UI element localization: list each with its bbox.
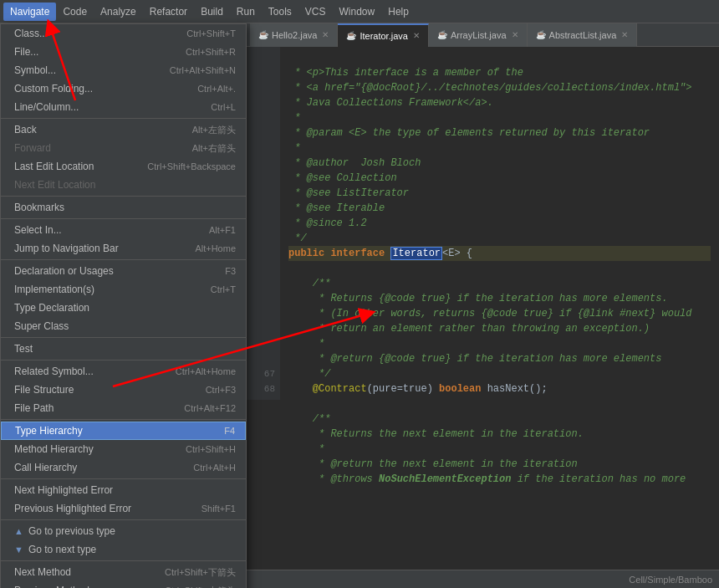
menu-item-jump-nav[interactable]: Jump to Navigation Bar Alt+Home	[1, 239, 246, 258]
menu-item-next-type[interactable]: ▼ Go to next type	[1, 540, 246, 559]
menubar-window[interactable]: Window	[333, 3, 382, 21]
menubar-tools[interactable]: Tools	[262, 3, 298, 21]
menubar-vcs[interactable]: VCS	[298, 3, 333, 21]
menu-item-next-method[interactable]: Next Method Ctrl+Shift+下箭头	[1, 563, 246, 581]
separator-6	[1, 360, 246, 360]
menu-item-line-column[interactable]: Line/Column... Ctrl+L	[1, 98, 246, 116]
menu-item-method-hierarchy[interactable]: Method Hierarchy Ctrl+Shift+H	[1, 440, 246, 458]
menu-item-declaration[interactable]: Declaration or Usages F3	[1, 262, 246, 280]
code-editor[interactable]: 67 68 * <p>This interface is a member of…	[247, 47, 719, 588]
menu-item-type-hierarchy[interactable]: Type Hierarchy F4	[1, 422, 246, 440]
menu-item-bookmarks[interactable]: Bookmarks	[1, 198, 246, 217]
close-tab-hello2[interactable]: ✕	[322, 30, 329, 39]
menu-item-class[interactable]: Class... Ctrl+Shift+T	[1, 24, 246, 43]
tab-hello2[interactable]: ☕ Hello2.java ✕	[250, 23, 338, 47]
menu-item-prev-type[interactable]: ▲ Go to previous type	[1, 522, 246, 540]
close-tab-arraylist[interactable]: ✕	[512, 30, 518, 39]
menu-item-file[interactable]: File... Ctrl+Shift+R	[1, 43, 246, 61]
status-text: Cell/Simple/Bamboo	[629, 575, 712, 585]
menubar: Navigate Code Analyze Refactor Build Run…	[0, 0, 719, 23]
separator-2	[1, 196, 246, 197]
menu-item-forward[interactable]: Forward Alt+右箭头	[1, 139, 246, 157]
menubar-refactor[interactable]: Refactor	[143, 3, 194, 21]
menu-item-prev-error[interactable]: Previous Highlighted Error Shift+F1	[1, 499, 246, 518]
menu-item-select-in[interactable]: Select In... Alt+F1	[1, 221, 246, 239]
menu-item-file-structure[interactable]: File Structure Ctrl+F3	[1, 381, 246, 399]
tab-arraylist[interactable]: ☕ ArrayList.java ✕	[429, 23, 528, 47]
tab-iterator[interactable]: ☕ Iterator.java ✕	[338, 23, 428, 47]
separator-4	[1, 259, 246, 260]
up-arrow-icon: ▲	[14, 526, 23, 536]
menu-item-next-edit[interactable]: Next Edit Location	[1, 176, 246, 194]
down-arrow-icon: ▼	[14, 545, 23, 555]
menu-item-related-symbol[interactable]: Related Symbol... Ctrl+Alt+Home	[1, 362, 246, 381]
menu-item-super-class[interactable]: Super Class	[1, 317, 246, 335]
menubar-code[interactable]: Code	[56, 3, 94, 21]
menubar-run[interactable]: Run	[230, 3, 262, 21]
menubar-analyze[interactable]: Analyze	[94, 3, 143, 21]
close-tab-abstractlist[interactable]: ✕	[621, 30, 628, 39]
separator-3	[1, 218, 246, 219]
menu-item-type-decl[interactable]: Type Declaration	[1, 299, 246, 317]
menu-item-file-path[interactable]: File Path Ctrl+Alt+F12	[1, 399, 246, 417]
menu-item-last-edit[interactable]: Last Edit Location Ctrl+Shift+Backspace	[1, 157, 246, 176]
navigate-dropdown-menu: Class... Ctrl+Shift+T File... Ctrl+Shift…	[0, 23, 247, 588]
java-icon-3: ☕	[437, 30, 447, 39]
menubar-navigate[interactable]: Navigate	[3, 3, 56, 21]
menu-item-test[interactable]: Test	[1, 340, 246, 358]
separator-7	[1, 419, 246, 420]
menu-item-next-error[interactable]: Next Highlighted Error	[1, 481, 246, 499]
separator-5	[1, 337, 246, 338]
java-icon-2: ☕	[346, 31, 356, 40]
separator-9	[1, 519, 246, 520]
separator-10	[1, 560, 246, 561]
menu-item-call-hierarchy[interactable]: Call Hierarchy Ctrl+Alt+H	[1, 458, 246, 477]
line-numbers: 67 68	[247, 47, 280, 400]
menu-item-implementations[interactable]: Implementation(s) Ctrl+T	[1, 280, 246, 299]
tabs-bar: ☕ Hello2.java ✕ ☕ Iterator.java ✕ ☕ Arra…	[247, 23, 719, 47]
menubar-build[interactable]: Build	[194, 3, 230, 21]
menu-item-back[interactable]: Back Alt+左箭头	[1, 120, 246, 139]
code-content[interactable]: * <p>This interface is a member of the *…	[280, 47, 719, 588]
separator-1	[1, 118, 246, 119]
menubar-help[interactable]: Help	[381, 3, 416, 21]
tab-abstractlist[interactable]: ☕ AbstractList.java ✕	[528, 23, 638, 47]
java-icon-4: ☕	[536, 30, 546, 39]
close-tab-iterator[interactable]: ✕	[413, 31, 420, 40]
menu-item-prev-method[interactable]: Previous Method Ctrl+Shift+上箭头	[1, 581, 246, 588]
java-icon: ☕	[258, 30, 268, 39]
separator-8	[1, 478, 246, 479]
menu-item-custom-folding[interactable]: Custom Folding... Ctrl+Alt+.	[1, 79, 246, 98]
menu-item-symbol[interactable]: Symbol... Ctrl+Alt+Shift+N	[1, 61, 246, 79]
